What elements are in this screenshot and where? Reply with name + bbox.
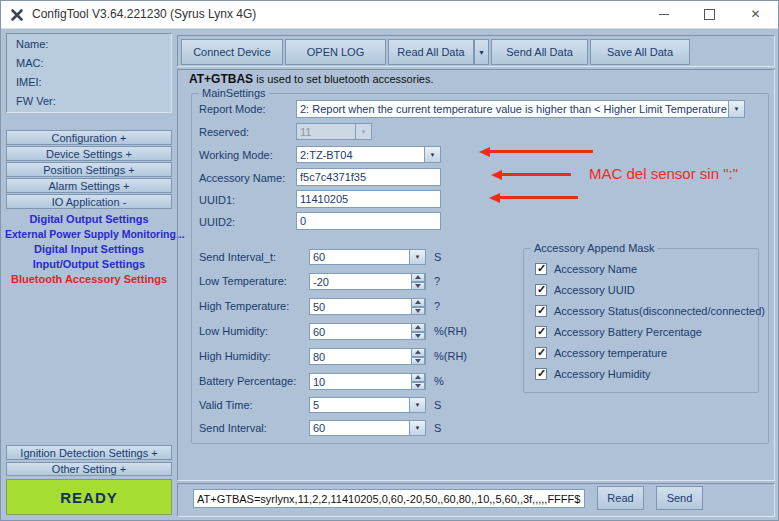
low-humidity-input[interactable] bbox=[313, 326, 422, 338]
battery-percentage-label: Battery Percentage: bbox=[199, 375, 296, 387]
read-button[interactable]: Read bbox=[597, 486, 644, 510]
high-temperature-label: High Temperature: bbox=[199, 300, 289, 312]
save-all-data-button[interactable]: Save All Data bbox=[590, 39, 690, 65]
checkbox-row-accessory-uuid: Accessory UUID bbox=[535, 284, 635, 296]
spin-down-icon[interactable] bbox=[411, 382, 425, 391]
status-ready: READY bbox=[6, 479, 172, 515]
dropdown-arrow-icon[interactable] bbox=[424, 147, 440, 162]
accessory-uuid-checkbox[interactable] bbox=[535, 284, 547, 296]
checkbox-row-accessory-battery: Accessory Battery Percentage bbox=[535, 326, 702, 338]
report-mode-select[interactable]: 2: Report when the current temperature v… bbox=[296, 100, 745, 118]
command-line-input[interactable] bbox=[197, 493, 581, 505]
sidebar-item-io-application[interactable]: IO Application - bbox=[6, 194, 172, 209]
send-interval-select[interactable]: 60 bbox=[309, 420, 426, 436]
battery-percentage-input[interactable] bbox=[313, 376, 422, 388]
low-temperature-spinner bbox=[309, 273, 426, 290]
annotation-mac-sensor: MAC del sensor sin ":" bbox=[589, 165, 738, 182]
accessory-battery-checkbox[interactable] bbox=[535, 326, 547, 338]
read-all-data-dropdown[interactable]: ▼ bbox=[474, 39, 489, 65]
minimize-icon bbox=[659, 14, 669, 15]
spin-up-icon[interactable] bbox=[411, 298, 425, 307]
accessory-temperature-checkbox[interactable] bbox=[535, 347, 547, 359]
accessory-name-checkbox[interactable] bbox=[535, 263, 547, 275]
low-temperature-label: Low Temperature: bbox=[199, 275, 287, 287]
accessory-name-input[interactable] bbox=[300, 171, 437, 183]
command-line-wrap bbox=[193, 489, 585, 508]
window-title: ConfigTool V3.64.221230 (Syrus Lynx 4G) bbox=[32, 7, 256, 21]
high-temperature-spinner bbox=[309, 298, 426, 315]
dropdown-arrow-icon[interactable] bbox=[409, 421, 425, 435]
report-mode-label: Report Mode: bbox=[199, 103, 266, 115]
red-arrow-uuid1 bbox=[489, 193, 578, 202]
sidebar-item-ignition-detection[interactable]: Ignition Detection Settings + bbox=[6, 445, 172, 460]
app-window: ConfigTool V3.64.221230 (Syrus Lynx 4G) … bbox=[0, 0, 779, 521]
sidebar-item-configuration[interactable]: Configuration + bbox=[6, 130, 172, 145]
uuid1-field-wrap bbox=[296, 190, 441, 208]
spin-up-icon[interactable] bbox=[411, 373, 425, 382]
checkbox-row-accessory-name: Accessory Name bbox=[535, 263, 637, 275]
dropdown-arrow-icon[interactable] bbox=[409, 250, 425, 264]
uuid1-input[interactable] bbox=[300, 193, 437, 205]
sidebar-item-bluetooth-accessory-settings[interactable]: Bluetooth Accessory Settings bbox=[5, 273, 173, 285]
uuid2-label: UUID2: bbox=[199, 216, 235, 228]
checkbox-row-accessory-status: Accessory Status(disconnected/connected) bbox=[535, 305, 765, 317]
sidebar-item-device-settings[interactable]: Device Settings + bbox=[6, 146, 172, 161]
command-name: AT+GTBAS bbox=[189, 72, 253, 86]
minimize-button[interactable] bbox=[641, 1, 686, 27]
spin-up-icon[interactable] bbox=[411, 323, 425, 332]
sidebar-item-position-settings[interactable]: Position Settings + bbox=[6, 162, 172, 177]
sidebar-item-other-setting[interactable]: Other Setting + bbox=[6, 462, 172, 476]
low-humidity-label: Low Humidity: bbox=[199, 325, 268, 337]
high-humidity-label: High Humidity: bbox=[199, 350, 271, 362]
device-name-label: Name: bbox=[16, 38, 48, 50]
low-temperature-input[interactable] bbox=[313, 276, 422, 288]
send-interval-t-unit: S bbox=[434, 251, 441, 263]
high-humidity-input[interactable] bbox=[313, 351, 422, 363]
spin-up-icon[interactable] bbox=[411, 348, 425, 357]
sidebar-item-external-power-supply[interactable]: External Power Supply Monitoring... bbox=[5, 228, 173, 240]
accessory-name-label: Accessory Name: bbox=[199, 172, 285, 184]
uuid1-label: UUID1: bbox=[199, 194, 235, 206]
send-interval-t-select[interactable]: 60 bbox=[309, 249, 426, 265]
spin-down-icon[interactable] bbox=[411, 332, 425, 341]
working-mode-select[interactable]: 2:TZ-BT04 bbox=[296, 146, 441, 163]
reserved-select: 11 bbox=[296, 123, 372, 140]
device-info-panel: Name: MAC: IMEI: FW Ver: bbox=[6, 33, 172, 113]
checkbox-row-accessory-humidity: Accessory Humidity bbox=[535, 368, 651, 380]
dropdown-arrow-icon[interactable] bbox=[728, 101, 744, 117]
spin-down-icon[interactable] bbox=[411, 357, 425, 366]
accessory-status-checkbox[interactable] bbox=[535, 305, 547, 317]
valid-time-select[interactable]: 5 bbox=[309, 397, 426, 413]
chevron-down-icon: ▼ bbox=[478, 49, 485, 56]
dropdown-arrow-icon bbox=[355, 124, 371, 139]
device-imei-label: IMEI: bbox=[16, 76, 42, 88]
close-icon: ✕ bbox=[750, 7, 760, 21]
app-icon bbox=[10, 8, 24, 22]
device-fw-label: FW Ver: bbox=[16, 95, 56, 107]
valid-time-label: Valid Time: bbox=[199, 399, 253, 411]
accessory-humidity-checkbox[interactable] bbox=[535, 368, 547, 380]
open-log-button[interactable]: OPEN LOG bbox=[285, 39, 386, 65]
maximize-button[interactable] bbox=[687, 1, 732, 27]
send-button[interactable]: Send bbox=[656, 486, 703, 510]
connect-device-button[interactable]: Connect Device bbox=[181, 39, 283, 65]
sidebar-item-alarm-settings[interactable]: Alarm Settings + bbox=[6, 178, 172, 193]
close-button[interactable]: ✕ bbox=[733, 1, 778, 27]
uuid2-input[interactable] bbox=[300, 215, 437, 227]
titlebar: ConfigTool V3.64.221230 (Syrus Lynx 4G) … bbox=[1, 1, 778, 29]
uuid2-field-wrap bbox=[296, 212, 441, 230]
send-all-data-button[interactable]: Send All Data bbox=[491, 39, 588, 65]
sidebar-item-input-output-settings[interactable]: Input/Output Settings bbox=[5, 258, 173, 270]
send-interval-t-label: Send Interval_t: bbox=[199, 251, 276, 263]
spin-up-icon[interactable] bbox=[411, 273, 425, 282]
read-all-data-button[interactable]: Read All Data bbox=[388, 39, 474, 65]
command-description: AT+GTBAS is used to set bluetooth access… bbox=[189, 72, 434, 86]
spin-down-icon[interactable] bbox=[411, 307, 425, 316]
sidebar-item-digital-output-settings[interactable]: Digital Output Settings bbox=[5, 213, 173, 225]
sidebar-item-digital-input-settings[interactable]: Digital Input Settings bbox=[5, 243, 173, 255]
spin-down-icon[interactable] bbox=[411, 282, 425, 291]
dropdown-arrow-icon[interactable] bbox=[409, 398, 425, 412]
high-temperature-unit: ? bbox=[434, 300, 440, 312]
accessory-append-mask-title: Accessory Append Mask bbox=[531, 242, 657, 254]
high-temperature-input[interactable] bbox=[313, 301, 422, 313]
